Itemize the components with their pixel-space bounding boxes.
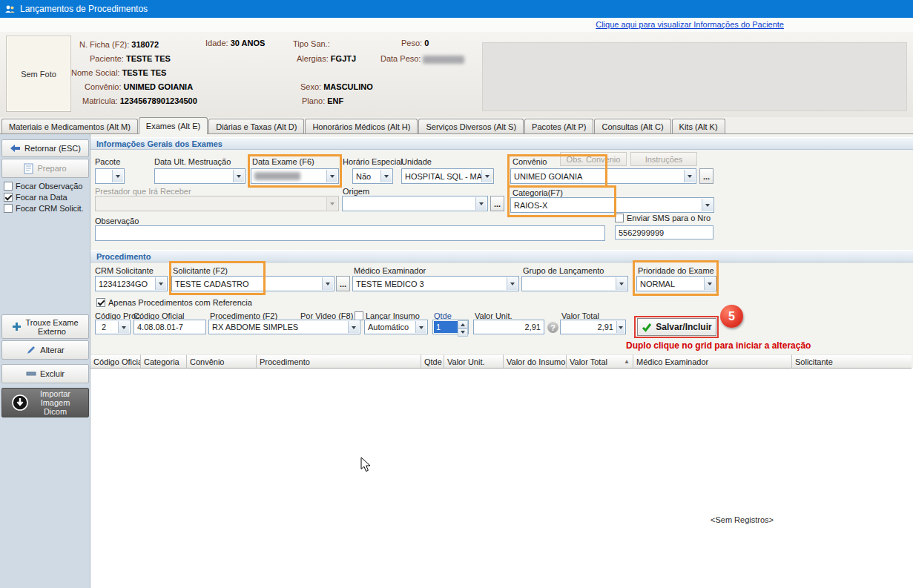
grupo-lancamento-select[interactable] xyxy=(521,276,628,291)
chevron-down-icon[interactable] xyxy=(704,277,715,290)
apenas-referencia-checkbox[interactable]: Apenas Procedimentos com Referencia xyxy=(96,298,252,307)
minus-icon xyxy=(26,371,36,376)
patient-observations-panel xyxy=(482,42,907,111)
tab-exames[interactable]: Exames (Alt E) xyxy=(139,117,208,134)
origem-lookup-button[interactable]: ... xyxy=(490,196,504,211)
grid-col-valor-insumo[interactable]: Valor do Insumo xyxy=(504,354,567,369)
crm-solicitante-select[interactable]: 12341234GO xyxy=(95,276,168,291)
app-window: Lançamentos de Procedimentos Clique aqui… xyxy=(0,0,913,588)
chevron-down-icon xyxy=(326,197,337,210)
preparo-button[interactable]: Preparo xyxy=(1,159,89,178)
patient-info-link[interactable]: Clique aqui para visualizar Informações … xyxy=(596,20,784,29)
tab-kits[interactable]: Kits (Alt K) xyxy=(672,119,725,133)
tab-pacotes[interactable]: Pacotes (Alt P) xyxy=(524,119,593,133)
sort-asc-icon: ▲ xyxy=(624,358,630,365)
tab-servicos[interactable]: Serviços Diversos (Alt S) xyxy=(418,119,524,133)
enviar-sms-checkbox[interactable]: Enviar SMS para o Nro xyxy=(615,214,711,222)
observacao-input[interactable] xyxy=(95,225,605,241)
chevron-down-icon[interactable] xyxy=(233,170,244,182)
tab-consultas[interactable]: Consultas (Alt C) xyxy=(594,119,670,133)
obs-convenio-button[interactable]: Obs. Convenio xyxy=(560,152,627,166)
importar-dicom-button[interactable]: Importar Imagem Dicom xyxy=(1,388,89,417)
grid-col-procedimento[interactable]: Procedimento xyxy=(257,354,421,369)
sms-number-input[interactable]: 5562999999 xyxy=(615,225,713,240)
help-icon[interactable]: ? xyxy=(547,322,558,333)
origem-select[interactable] xyxy=(342,196,488,211)
tab-diarias-taxas[interactable]: Diárias e Taxas (Alt D) xyxy=(208,119,304,133)
prioridade-select[interactable]: NORMAL xyxy=(636,276,716,291)
unidade-select[interactable]: HOSPITAL SQL - MATRIZ xyxy=(401,168,494,184)
salvar-incluir-button[interactable]: Salvar/Incluir xyxy=(637,318,716,336)
field-sexo: Sexo: MASCULINO xyxy=(300,82,373,91)
field-paciente: Paciente: TESTE TES xyxy=(90,54,171,63)
data-ult-mestruacao-select[interactable] xyxy=(154,168,245,184)
grid-col-solicitante[interactable]: Solicitante xyxy=(792,354,912,369)
codigo-oficial-input[interactable]: 4.08.08.01-7 xyxy=(134,320,206,334)
pacote-select[interactable] xyxy=(95,168,125,184)
unidade-label: Unidade xyxy=(401,157,432,166)
alterar-button[interactable]: Alterar xyxy=(1,340,89,360)
grid-col-codigo-oficial[interactable]: Código Oficial xyxy=(90,354,141,369)
chevron-down-icon[interactable] xyxy=(702,199,713,211)
value: NORMAL xyxy=(640,280,675,288)
pencil-icon xyxy=(26,345,36,355)
focar-na-data-checkbox[interactable]: Focar na Data xyxy=(4,193,67,202)
linkbar: Clique aqui para visualizar Informações … xyxy=(0,18,913,32)
grid-col-qtde[interactable]: Qtde xyxy=(421,354,444,369)
valor-unit-input[interactable]: 2,91 xyxy=(473,320,544,334)
chevron-down-icon[interactable] xyxy=(616,321,624,333)
chevron-down-icon[interactable] xyxy=(415,321,426,333)
qtde-stepper[interactable]: 1 xyxy=(432,320,469,334)
chevron-down-icon[interactable] xyxy=(684,170,695,182)
grid-col-convenio[interactable]: Convênio xyxy=(187,354,257,369)
focar-crm-checkbox[interactable]: Focar CRM Solicit. xyxy=(4,204,84,213)
retornar-button[interactable]: Retornar (ESC) xyxy=(1,139,89,157)
checkbox-box xyxy=(96,298,105,307)
medico-examinador-select[interactable]: TESTE MEDICO 3 xyxy=(352,276,519,291)
grid-body[interactable]: <Sem Registros> xyxy=(90,369,913,588)
grid-col-medico[interactable]: Médico Examinador xyxy=(633,354,792,369)
convenio-select[interactable]: UNIMED GOIANIA xyxy=(510,168,696,184)
horario-especial-select[interactable]: Não xyxy=(352,168,393,184)
chevron-down-icon[interactable] xyxy=(481,170,492,182)
stepper-down-icon[interactable] xyxy=(458,328,468,337)
codigo-proc-select[interactable]: 2 xyxy=(95,320,131,334)
chevron-down-icon[interactable] xyxy=(616,277,627,290)
grid-col-categoria[interactable]: Categoria xyxy=(141,354,187,369)
convenio-lookup-button[interactable]: ... xyxy=(699,168,713,184)
convenio-label: Convênio xyxy=(512,157,547,166)
checkbox-box xyxy=(4,204,13,213)
value: 5562999999 xyxy=(619,228,664,237)
chevron-down-icon[interactable] xyxy=(322,277,333,290)
tab-materiais[interactable]: Materiais e Medicamentos (Alt M) xyxy=(1,119,138,133)
chevron-down-icon[interactable] xyxy=(112,170,123,182)
chevron-down-icon[interactable] xyxy=(507,277,518,290)
field-alergias: Alergias: FGJTJ xyxy=(297,54,356,63)
chevron-down-icon[interactable] xyxy=(326,170,337,182)
grid-col-valor-unit[interactable]: Valor Unit. xyxy=(444,354,504,369)
data-exame-select[interactable] xyxy=(251,168,339,184)
app-icon xyxy=(4,4,16,15)
origem-label: Origem xyxy=(343,187,369,196)
chevron-down-icon[interactable] xyxy=(155,277,166,290)
solicitante-select[interactable]: TESTE CADASTRO xyxy=(171,276,334,291)
chevron-down-icon[interactable] xyxy=(475,197,487,210)
procedimento-select[interactable]: RX ABDOME SIMPLES xyxy=(208,320,360,334)
grid-col-valor-total[interactable]: Valor Total ▲ xyxy=(567,354,633,369)
excluir-button[interactable]: Excluir xyxy=(1,364,89,383)
lancar-insumo-select[interactable]: Automático xyxy=(364,320,428,334)
stepper-up-icon[interactable] xyxy=(458,320,468,328)
exames-group-header: Informações Gerais dos Exames xyxy=(90,137,913,150)
categoria-select[interactable]: RAIOS-X xyxy=(510,197,714,213)
valor-total-field[interactable]: 2,91 xyxy=(560,320,626,334)
chevron-down-icon[interactable] xyxy=(118,321,129,333)
trouxe-exame-button[interactable]: Trouxe Exame Externo xyxy=(1,314,89,339)
instrucoes-button[interactable]: Instruções xyxy=(630,152,697,166)
grid-header: Código Oficial Categoria Convênio Proced… xyxy=(90,354,913,369)
focar-observacao-checkbox[interactable]: Focar Observação xyxy=(4,182,82,191)
checkbox-box xyxy=(615,214,624,222)
solicitante-lookup-button[interactable]: ... xyxy=(336,276,350,291)
chevron-down-icon[interactable] xyxy=(380,170,392,182)
chevron-down-icon[interactable] xyxy=(348,321,359,333)
tab-honorarios[interactable]: Honorários Médicos (Alt H) xyxy=(305,119,418,133)
